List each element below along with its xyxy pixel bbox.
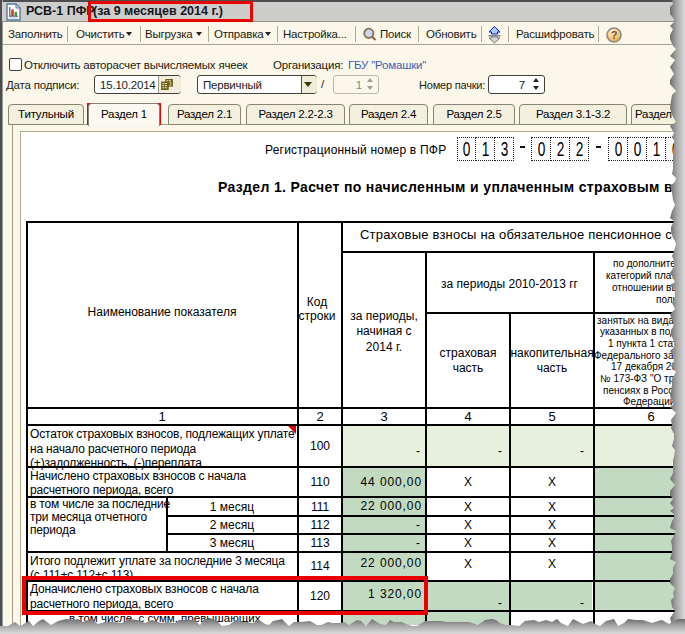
svg-text:?: ?	[611, 29, 618, 41]
